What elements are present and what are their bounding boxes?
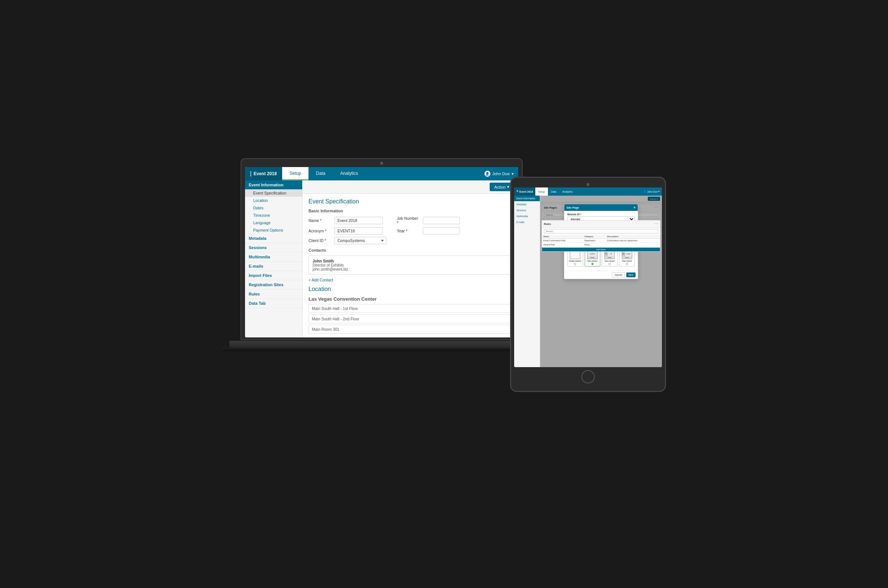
job-number-input[interactable] [423, 217, 460, 224]
template-empty-radio[interactable] [574, 263, 576, 265]
sidebar-item-registration-sites[interactable]: Registration Sites [245, 280, 302, 290]
tablet-sidebar-item-event-info[interactable]: Event Information [514, 196, 540, 202]
tablet-camera [586, 183, 590, 186]
laptop-app: Event 2018 Setup Data Analytics [245, 167, 518, 338]
rule-2-description [606, 243, 660, 247]
sidebar-item-location[interactable]: Location [245, 197, 302, 204]
hall-2: Main South Hall - 2nd Floor [309, 314, 512, 323]
sidebar-item-timezone[interactable]: Timezone [245, 212, 302, 219]
template-one-col-1-label: One-column [585, 260, 600, 262]
sidebar-item-emails[interactable]: E-mails [245, 262, 302, 271]
modal-next-button[interactable]: Next [626, 273, 636, 277]
laptop-top-nav: Event 2018 Setup Data Analytics [245, 167, 518, 180]
template-one-col-2-radio[interactable] [609, 263, 610, 265]
laptop-content-header: Action ▾ [303, 180, 518, 194]
client-id-select[interactable]: CompuSystems [334, 237, 387, 244]
basic-info-title: Basic Information [309, 208, 512, 213]
venue-name: Las Vegas Convention Center [309, 296, 512, 302]
rules-options-icon[interactable]: ⋯ [654, 222, 658, 226]
laptop-camera [380, 162, 383, 165]
tablet-sidebar-item-emails[interactable]: E-mails [514, 219, 540, 225]
modal-cancel-button[interactable]: Cancel [612, 273, 624, 277]
laptop-app-body: Event Information Event Specification Lo… [245, 180, 518, 338]
rules-col-category: Category [583, 235, 606, 239]
tablet-sidebar-item-multimedia[interactable]: Multimedia [514, 213, 540, 219]
laptop-tab-analytics[interactable]: Analytics [333, 167, 365, 180]
laptop-screen: Event 2018 Setup Data Analytics [245, 167, 518, 338]
sidebar-item-data-tab[interactable]: Data Tab [245, 299, 302, 308]
template-empty-label: Empty-column [568, 260, 582, 262]
laptop-body: Event 2018 Setup Data Analytics [240, 158, 523, 340]
acronym-input[interactable] [334, 227, 383, 235]
rules-table: Name Category Description Email Confirma… [542, 235, 660, 247]
contact-name: John Smith [313, 259, 508, 263]
rules-row-1[interactable]: Email Confirmation Rule Registration Con… [542, 239, 660, 243]
laptop: Event 2018 Setup Data Analytics [222, 147, 541, 441]
rules-col-description: Description [606, 235, 660, 239]
add-notes-button[interactable]: Add Notes [542, 248, 660, 251]
year-label: Year * [397, 229, 420, 233]
tablet-screen: ⠿ Event 2018 Setup Data Analytics [514, 188, 662, 367]
contact-email: john.smith@event.biz [313, 267, 508, 272]
website-id-label: Website ID * [567, 213, 635, 216]
sidebar-item-payment-options[interactable]: Payment Options [245, 226, 302, 234]
template-one-col-3-radio[interactable] [626, 263, 628, 265]
tablet-tab-data[interactable]: Data [548, 188, 560, 196]
name-input[interactable] [334, 217, 383, 224]
sidebar-item-sessions[interactable]: Sessions [245, 243, 302, 252]
tablet: ⠿ Event 2018 Setup Data Analytics [510, 177, 666, 392]
rule-1-name: Email Confirmation Rule [542, 239, 583, 243]
brand-dots-icon [250, 171, 251, 176]
sidebar-item-language[interactable]: Language [245, 219, 302, 226]
sidebar-item-import-files[interactable]: Import Files [245, 271, 302, 280]
rules-search[interactable] [544, 229, 658, 234]
tablet-body: Event Information Metadata Sessions Mult… [514, 196, 662, 367]
tablet-brand: ⠿ Event 2018 [514, 188, 536, 196]
year-input[interactable] [423, 227, 460, 235]
client-id-label: Client ID * [309, 238, 332, 243]
tablet-home-button[interactable] [581, 370, 595, 384]
tablet-sidebar-item-metadata[interactable]: Metadata [514, 202, 540, 207]
modal-close-button[interactable]: × [634, 206, 636, 209]
laptop-brand: Event 2018 [245, 167, 282, 180]
sidebar-item-rules[interactable]: Rules [245, 290, 302, 299]
laptop-nav-tabs: Setup Data Analytics [282, 167, 480, 180]
template-one-col-1-radio[interactable] [591, 263, 594, 265]
rules-panel: Rules ⋯ Name Category Description [542, 220, 660, 252]
tablet-sidebar: Event Information Metadata Sessions Mult… [514, 196, 540, 367]
location-title: Location [309, 286, 512, 292]
modal-title: Site Page [567, 206, 579, 209]
sidebar-event-info-label: Event Information [245, 180, 302, 189]
rules-row-2[interactable]: Default Rule Press [542, 243, 660, 247]
acronym-label: Acronym * [309, 229, 332, 233]
sidebar-item-multimedia[interactable]: Multimedia [245, 252, 302, 262]
laptop-brand-label: Event 2018 [254, 171, 277, 176]
sidebar-item-event-specification[interactable]: Event Specification [245, 189, 302, 197]
contact-title: Director of Exhibits [313, 263, 508, 267]
laptop-content-body: Event Specification Basic Information Na… [303, 194, 518, 338]
rules-panel-header: Rules ⋯ [542, 220, 660, 228]
add-contact-button[interactable]: + Add Contact [309, 278, 512, 282]
laptop-sidebar: Event Information Event Specification Lo… [245, 180, 303, 338]
rule-2-category: Press [583, 243, 606, 247]
modal-header: Site Page × [564, 204, 638, 211]
tablet-tab-analytics[interactable]: Analytics [560, 188, 576, 196]
hall-3: Main Room 301 [309, 325, 512, 334]
sidebar-item-dates[interactable]: Dates [245, 204, 302, 212]
laptop-foot [222, 348, 541, 351]
sidebar-item-metadata[interactable]: Metadata [245, 234, 302, 243]
laptop-content: Action ▾ Event Specification Basic Infor… [303, 180, 518, 338]
acronym-row: Acronym * Year * [309, 227, 512, 235]
page-title: Event Specification [309, 198, 512, 205]
laptop-tab-data[interactable]: Data [309, 167, 333, 180]
tablet-content: Action ▾ Site Pages ⋯ [540, 196, 662, 367]
tablet-sidebar-item-sessions[interactable]: Sessions [514, 207, 540, 213]
tablet-user: 👤 John Doe ▾ [641, 190, 662, 193]
laptop-tab-setup[interactable]: Setup [282, 167, 309, 180]
rules-col-name: Name [542, 235, 583, 239]
scene: Event 2018 Setup Data Analytics [222, 147, 666, 441]
name-label: Name * [309, 218, 332, 223]
tablet-tab-setup[interactable]: Setup [536, 188, 548, 196]
tablet-app: ⠿ Event 2018 Setup Data Analytics [514, 188, 662, 367]
rule-2-name: Default Rule [542, 243, 583, 247]
